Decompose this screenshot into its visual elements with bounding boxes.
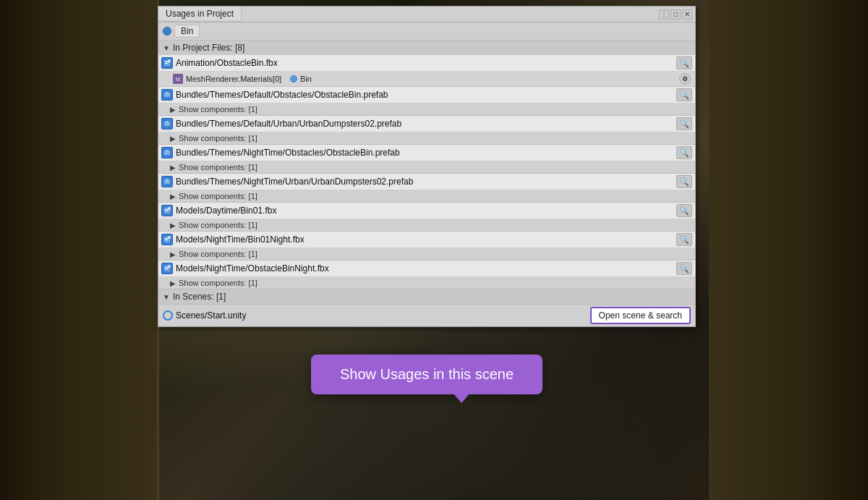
svg-marker-8 (164, 150, 170, 151)
svg-marker-4 (164, 92, 170, 93)
file-row: Models/Daytime/Bin01.fbx 🔍 (158, 203, 695, 219)
search-button[interactable]: 🔍 (676, 204, 692, 217)
file-row: Bundles/Themes/NightTime/Urban/UrbanDump… (158, 174, 695, 190)
file-path: Bundles/Themes/Default/Urban/UrbanDumpst… (176, 119, 673, 129)
svg-rect-16 (165, 240, 168, 240)
component-expanded-row: M MeshRenderer.Materials[0] Bin ⚙ (158, 72, 695, 87)
search-button[interactable]: 🔍 (676, 175, 692, 188)
fbx-icon (161, 234, 173, 245)
show-components-row[interactable]: ▶ Show components: [1] (158, 190, 695, 203)
scene-path: Scenes/Start.unity (176, 310, 246, 321)
title-tab: Usages in Project (158, 7, 242, 22)
svg-rect-18 (165, 267, 169, 268)
arrow-right-icon: ▶ (170, 192, 176, 200)
components-label: Show components: [1] (179, 250, 258, 258)
file-path: Models/Daytime/Bin01.fbx (176, 205, 673, 216)
scene-left-panel (0, 0, 159, 500)
breadcrumb-label[interactable]: Bin (174, 25, 200, 38)
components-label: Show components: [1] (179, 192, 258, 200)
prefab-icon (161, 118, 173, 130)
file-path: Models/NightTime/Bin01Night.fbx (176, 234, 673, 245)
ref-label: Bin (300, 75, 312, 83)
file-path: Bundles/Themes/NightTime/Obstacles/Obsta… (176, 148, 673, 158)
search-button[interactable]: 🔍 (676, 56, 692, 69)
scene-icon (163, 310, 173, 321)
file-path: Animation/ObstacleBin.fbx (176, 58, 673, 68)
open-scene-button[interactable]: Open scene & search (590, 307, 691, 324)
file-path: Models/NightTime/ObstacleBinNight.fbx (176, 263, 673, 274)
file-path: Bundles/Themes/Default/Obstacles/Obstacl… (176, 90, 673, 100)
components-label: Show components: [1] (179, 163, 258, 171)
prefab-icon (161, 176, 173, 187)
svg-rect-19 (165, 268, 168, 269)
prefab-icon (161, 147, 173, 158)
file-path: Bundles/Themes/NightTime/Urban/UrbanDump… (176, 177, 673, 187)
components-label: Show components: [1] (179, 221, 258, 229)
panel-window: Usages in Project ⋮ □ ✕ Bin ▼ In Project… (158, 6, 696, 327)
search-button[interactable]: 🔍 (676, 233, 692, 246)
arrow-right-icon: ▶ (170, 279, 176, 287)
title-controls: ⋮ □ ✕ (659, 9, 695, 20)
search-button[interactable]: 🔍 (676, 262, 692, 275)
scenes-header: ▼ In Scenes: [1] (158, 289, 695, 304)
tooltip-text: Show Usages in this scene (340, 366, 514, 382)
prefab-icon (161, 89, 173, 101)
close-button[interactable]: ✕ (682, 9, 692, 20)
svg-rect-2 (165, 63, 168, 64)
svg-rect-3 (164, 93, 170, 97)
breadcrumb-bar: Bin (158, 22, 695, 41)
arrow-right-icon: ▶ (170, 106, 176, 114)
svg-marker-6 (164, 121, 170, 122)
bottom-row: Scenes/Start.unity Open scene & search (158, 304, 695, 326)
file-row: Bundles/Themes/NightTime/Obstacles/Obsta… (158, 145, 695, 161)
component-ref: Bin (290, 75, 312, 83)
svg-rect-9 (164, 180, 170, 184)
arrow-right-icon: ▶ (170, 221, 176, 229)
fbx-icon (161, 263, 173, 274)
show-components-row[interactable]: ▶ Show components: [1] (158, 219, 695, 232)
breadcrumb-icon (163, 27, 171, 35)
file-row: Bundles/Themes/Default/Urban/UrbanDumpst… (158, 116, 695, 132)
fbx-icon (161, 57, 173, 69)
project-files-label: In Project Files: [8] (173, 43, 244, 53)
search-button[interactable]: 🔍 (676, 117, 692, 130)
show-components-row[interactable]: ▶ Show components: [1] (158, 103, 695, 116)
show-components-row[interactable]: ▶ Show components: [1] (158, 277, 695, 289)
svg-rect-5 (164, 122, 170, 126)
show-components-row[interactable]: ▶ Show components: [1] (158, 161, 695, 174)
tooltip-popup: Show Usages in this scene (311, 355, 542, 394)
components-label: Show components: [1] (179, 105, 258, 114)
restore-button[interactable]: □ (671, 9, 681, 20)
fbx-icon (161, 205, 173, 216)
collapse-arrow-down[interactable]: ▼ (163, 44, 170, 52)
svg-rect-7 (164, 151, 170, 155)
show-components-row[interactable]: ▶ Show components: [1] (158, 248, 695, 260)
window-title: Usages in Project (166, 9, 234, 19)
search-button[interactable]: 🔍 (676, 88, 692, 101)
arrow-right-icon: ▶ (170, 135, 176, 143)
components-label: Show components: [1] (179, 279, 258, 287)
scene-row: Scenes/Start.unity (163, 310, 246, 321)
show-components-row[interactable]: ▶ Show components: [1] (158, 132, 695, 145)
search-button[interactable]: 🔍 (676, 146, 692, 159)
svg-rect-13 (165, 211, 168, 211)
collapse-arrow-down[interactable]: ▼ (163, 293, 170, 301)
file-row: Models/NightTime/ObstacleBinNight.fbx 🔍 (158, 260, 695, 277)
title-bar: Usages in Project ⋮ □ ✕ (158, 7, 695, 22)
file-row: Animation/ObstacleBin.fbx 🔍 (158, 55, 695, 72)
svg-marker-10 (164, 179, 170, 180)
arrow-right-icon: ▶ (170, 250, 176, 258)
scene-right-panel (709, 0, 868, 500)
svg-rect-15 (165, 238, 169, 239)
mesh-icon: M (173, 74, 183, 84)
file-row: Bundles/Themes/Default/Obstacles/Obstacl… (158, 87, 695, 103)
svg-rect-12 (165, 209, 169, 210)
project-files-header: ▼ In Project Files: [8] (158, 41, 695, 55)
svg-rect-1 (165, 62, 169, 62)
component-name: MeshRenderer.Materials[0] (186, 75, 281, 83)
scenes-label: In Scenes: [1] (173, 292, 226, 302)
menu-button[interactable]: ⋮ (659, 9, 669, 20)
file-row: Models/NightTime/Bin01Night.fbx 🔍 (158, 232, 695, 248)
components-label: Show components: [1] (179, 134, 258, 143)
settings-button[interactable]: ⚙ (679, 73, 691, 85)
